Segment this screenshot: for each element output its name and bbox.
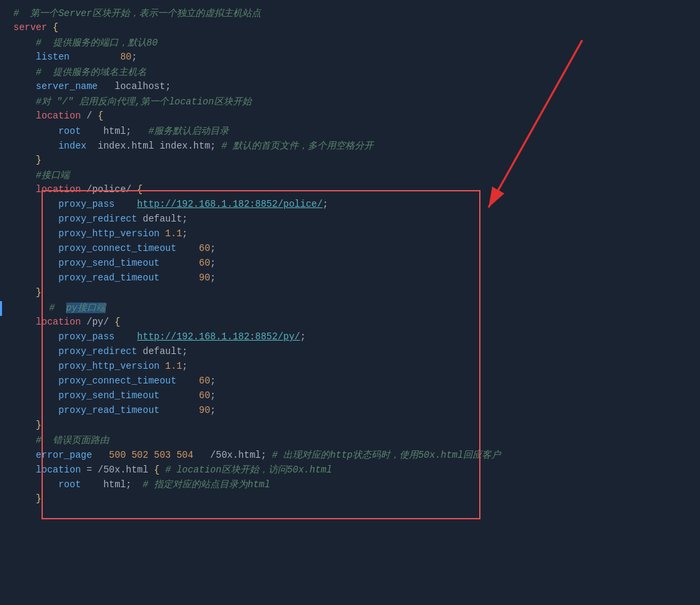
code-line: } bbox=[0, 286, 700, 301]
code-line: location /py/ { bbox=[0, 316, 700, 331]
code-line: # 第一个Server区块开始，表示一个独立的虚拟主机站点 bbox=[0, 7, 700, 21]
code-line: location /police/ { bbox=[0, 183, 700, 198]
code-line: location = /50x.html { # location区块开始，访问… bbox=[0, 463, 700, 478]
code-line: proxy_read_timeout 90; bbox=[0, 404, 700, 419]
code-line: proxy_connect_timeout 60; bbox=[0, 375, 700, 390]
code-line: server { bbox=[0, 21, 700, 36]
code-line: listen 80; bbox=[0, 51, 700, 66]
code-line: proxy_send_timeout 60; bbox=[0, 257, 700, 272]
code-line: # 错误页面路由 bbox=[0, 434, 700, 448]
code-line: proxy_read_timeout 90; bbox=[0, 272, 700, 286]
code-line: location / { bbox=[0, 110, 700, 124]
code-line: proxy_http_version 1.1; bbox=[0, 360, 700, 375]
code-line: proxy_redirect default; bbox=[0, 213, 700, 228]
code-line: # 提供服务的域名主机名 bbox=[0, 66, 700, 80]
code-line: } bbox=[0, 419, 700, 434]
code-line: proxy_redirect default; bbox=[0, 345, 700, 360]
code-line: error_page 500 502 503 504 /50x.html; # … bbox=[0, 448, 700, 463]
code-line: proxy_send_timeout 60; bbox=[0, 390, 700, 404]
code-line: proxy_http_version 1.1; bbox=[0, 228, 700, 242]
code-line: root html; #服务默认启动目录 bbox=[0, 124, 700, 139]
code-line: proxy_pass http://192.168.1.182:8852/py/… bbox=[0, 331, 700, 345]
code-line: proxy_connect_timeout 60; bbox=[0, 242, 700, 257]
code-editor: # 第一个Server区块开始，表示一个独立的虚拟主机站点 server { #… bbox=[0, 0, 700, 605]
code-line: #接口端 bbox=[0, 169, 700, 183]
code-line: index index.html index.htm; # 默认的首页文件，多个… bbox=[0, 139, 700, 154]
code-line: } bbox=[0, 493, 700, 507]
code-line: root html; # 指定对应的站点目录为html bbox=[0, 478, 700, 493]
code-line: proxy_pass http://192.168.1.182:8852/pol… bbox=[0, 198, 700, 213]
code-line: server_name localhost; bbox=[0, 80, 700, 95]
code-line: } bbox=[0, 154, 700, 169]
code-line: # 提供服务的端口，默认80 bbox=[0, 36, 700, 51]
code-line-selected: # py接口端 bbox=[0, 301, 700, 316]
code-line: #对 "/" 启用反向代理,第一个location区块开始 bbox=[0, 95, 700, 110]
